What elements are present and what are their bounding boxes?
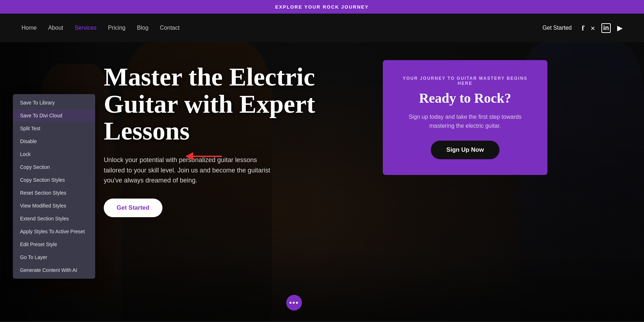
navbar: Home About Services Pricing Blog Contact… (0, 14, 644, 42)
nav-get-started[interactable]: Get Started (542, 25, 572, 31)
menu-item-disable[interactable]: Disable (13, 135, 95, 148)
top-banner: EXPLORE YOUR ROCK JOURNEY (0, 0, 644, 14)
nav-social-icons: 𝐟 ✕ in ▶ (582, 23, 623, 33)
context-menu: Save To Library Save To Divi Cloud Split… (13, 94, 95, 279)
nav-links: Home About Services Pricing Blog Contact (21, 25, 180, 31)
menu-item-copy-section-styles[interactable]: Copy Section Styles (13, 174, 95, 186)
hero-content: Master the Electric Guitar with Expert L… (104, 64, 318, 217)
nav-pricing[interactable]: Pricing (108, 25, 126, 31)
youtube-icon[interactable]: ▶ (617, 24, 623, 32)
arrow-head-icon (185, 152, 193, 161)
promo-title: Ready to Rock? (397, 91, 533, 106)
menu-item-reset-section-styles[interactable]: Reset Section Styles (13, 186, 95, 199)
arrow-line (193, 156, 222, 157)
signup-button[interactable]: Sign Up Now (431, 141, 500, 159)
linkedin-icon[interactable]: in (601, 23, 611, 33)
menu-item-view-modified-styles[interactable]: View Modified Styles (13, 199, 95, 212)
menu-item-copy-section[interactable]: Copy Section (13, 161, 95, 174)
nav-contact[interactable]: Contact (160, 25, 180, 31)
nav-about[interactable]: About (48, 25, 63, 31)
hero-title: Master the Electric Guitar with Expert L… (104, 64, 318, 145)
hero-cta-button[interactable]: Get Started (104, 199, 162, 217)
promo-card: YOUR JOURNEY TO GUITAR MASTERY BEGINS HE… (383, 60, 547, 175)
nav-blog[interactable]: Blog (137, 25, 148, 31)
banner-text: EXPLORE YOUR ROCK JOURNEY (275, 4, 369, 10)
section-options-button[interactable]: ••• (286, 295, 302, 311)
menu-item-apply-styles-preset[interactable]: Apply Styles To Active Preset (13, 225, 95, 238)
nav-services[interactable]: Services (75, 25, 97, 31)
nav-home[interactable]: Home (21, 25, 37, 31)
x-twitter-icon[interactable]: ✕ (591, 24, 595, 32)
promo-description: Sign up today and take the first step to… (397, 112, 533, 131)
nav-right: Get Started 𝐟 ✕ in ▶ (542, 23, 623, 33)
promo-tagline: YOUR JOURNEY TO GUITAR MASTERY BEGINS HE… (397, 76, 533, 86)
menu-item-go-to-layer[interactable]: Go To Layer (13, 251, 95, 264)
dark-overlay-bottom (0, 250, 644, 321)
menu-item-extend-section-styles[interactable]: Extend Section Styles (13, 212, 95, 225)
menu-item-edit-preset-style[interactable]: Edit Preset Style (13, 238, 95, 251)
dots-icon: ••• (289, 299, 299, 307)
facebook-icon[interactable]: 𝐟 (582, 24, 584, 32)
menu-item-lock[interactable]: Lock (13, 148, 95, 161)
menu-item-save-library[interactable]: Save To Library (13, 96, 95, 109)
hero-section: Master the Electric Guitar with Expert L… (0, 42, 644, 321)
menu-item-generate-content-ai[interactable]: Generate Content With AI (13, 264, 95, 277)
menu-item-save-divi-cloud[interactable]: Save To Divi Cloud (13, 109, 95, 122)
menu-item-split-test[interactable]: Split Test (13, 122, 95, 135)
red-arrow (90, 97, 127, 105)
